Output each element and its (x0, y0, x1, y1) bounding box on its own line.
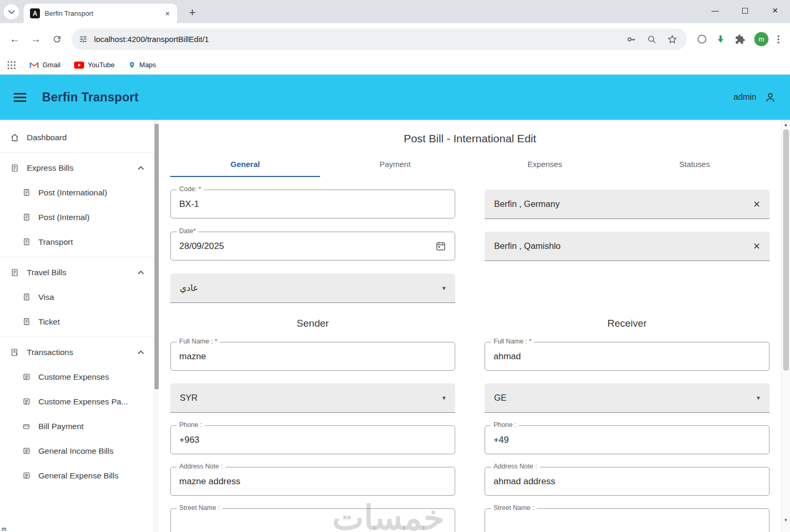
sender-heading: Sender (170, 316, 455, 329)
maximize-button[interactable] (730, 0, 760, 21)
sidebar-item-general-expense-bills[interactable]: General Expense Bills (0, 463, 153, 488)
sender-full-name-field[interactable]: Full Name : * mazne (170, 342, 455, 371)
browser-tab[interactable]: A Berfin Transport × (24, 4, 177, 23)
window-close-button[interactable]: ✕ (760, 0, 790, 21)
calendar-icon (435, 241, 446, 252)
receiver-phone-field[interactable]: Phone : +49 (485, 425, 770, 454)
bookmark-maps[interactable]: Maps (128, 61, 156, 69)
maps-pin-icon (128, 61, 136, 69)
bill-type-value: عادي (180, 283, 198, 293)
minimize-button[interactable]: — (700, 0, 730, 21)
download-arrow-icon[interactable] (715, 34, 726, 45)
profile-avatar[interactable]: m (754, 32, 768, 46)
expense-icon (21, 397, 32, 406)
main-scrollbar-thumb[interactable] (783, 129, 789, 371)
sidebar-item-custome-expenses-payment[interactable]: Custome Expenses Pa... (0, 389, 153, 414)
url-text[interactable]: localhost:4200/transportBillEdit/1 (94, 35, 620, 44)
forward-button[interactable]: → (25, 29, 46, 50)
page-title: Post Bill - International Edit (170, 132, 770, 145)
receiver-full-name-field[interactable]: Full Name : * ahmad (485, 342, 770, 371)
bill-icon (21, 317, 32, 326)
sidebar-item-visa[interactable]: Visa (0, 285, 153, 309)
sidebar-item-label: Visa (38, 293, 54, 302)
receiver-full-name-label: Full Name : * (491, 338, 534, 345)
sidebar-item-ticket[interactable]: Ticket (0, 309, 153, 334)
general-form: Code: * BX-1 Berfin , Germany × Date* 28… (170, 190, 770, 532)
tab-statuses[interactable]: Statuses (620, 152, 770, 177)
scroll-down-arrow[interactable]: ▼ (782, 518, 790, 523)
sender-address-note-field[interactable]: Address Note : mazne address (170, 467, 455, 496)
chevron-down-icon: ▾ (756, 394, 760, 402)
sidebar-item-bill-payment[interactable]: Bill Payment (0, 414, 153, 439)
receiver-country-select[interactable]: GE ▾ (485, 383, 770, 413)
extension-ring-icon[interactable] (697, 35, 706, 44)
sender-street-name-field[interactable]: Street Name : (170, 508, 455, 532)
bill-icon (21, 293, 32, 301)
reload-button[interactable] (46, 29, 67, 50)
origin-branch-value: Berfin , Germany (494, 199, 560, 209)
sidebar-item-label: Ticket (38, 317, 60, 327)
sidebar-scrollbar-thumb[interactable] (155, 124, 159, 389)
password-key-icon[interactable] (626, 34, 637, 45)
extensions-puzzle-icon[interactable] (735, 34, 745, 45)
menu-kebab-icon[interactable] (777, 35, 779, 44)
menu-hamburger-icon[interactable] (14, 93, 26, 102)
site-info-icon[interactable] (79, 35, 88, 44)
sidebar-item-general-income-bills[interactable]: General Income Bills (0, 439, 153, 463)
sender-country-value: SYR (180, 393, 198, 403)
tab-payment[interactable]: Payment (320, 152, 470, 177)
divider (0, 152, 153, 153)
datepicker-toggle[interactable] (435, 241, 446, 252)
zoom-icon[interactable] (647, 35, 656, 44)
tab-title: Berfin Transport (45, 9, 158, 17)
bookmark-star-icon[interactable] (667, 34, 678, 45)
bill-type-select[interactable]: عادي ▾ (170, 274, 455, 303)
new-tab-button[interactable]: + (184, 5, 200, 20)
sidebar-item-post-international[interactable]: Post (International) (0, 180, 153, 205)
receiver-street-name-field[interactable]: Street Name : (485, 508, 770, 532)
origin-branch-field[interactable]: Berfin , Germany × (485, 190, 770, 219)
apps-grid-icon[interactable] (7, 61, 16, 69)
status-text: m (2, 526, 6, 532)
tab-general[interactable]: General (170, 152, 320, 177)
clear-icon[interactable]: × (753, 241, 760, 252)
sidebar-item-custome-expenses[interactable]: Custome Expenses (0, 364, 153, 389)
address-bar[interactable]: localhost:4200/transportBillEdit/1 (71, 28, 687, 50)
app-title: Berfin Transport (42, 90, 139, 105)
chevron-down-icon: ▾ (442, 284, 446, 292)
clear-icon[interactable]: × (753, 199, 760, 210)
sidebar-group-travel-bills[interactable]: Travel Bills (0, 260, 153, 285)
sidebar-item-post-internal[interactable]: Post (Internal) (0, 205, 153, 230)
divider (0, 337, 153, 337)
sidebar-item-transport[interactable]: Transport (0, 230, 153, 254)
scroll-up-arrow[interactable]: ▲ (782, 122, 790, 127)
sender-phone-value: +963 (179, 435, 199, 445)
chevron-down-icon: ▾ (442, 394, 446, 402)
tab-close-icon[interactable]: × (163, 8, 172, 19)
angular-favicon-icon: A (30, 8, 40, 18)
receiver-country-value: GE (494, 393, 507, 403)
sidebar-item-dashboard[interactable]: Dashboard (0, 125, 153, 150)
receiver-address-note-field[interactable]: Address Note : ahmad address (485, 467, 770, 496)
code-field[interactable]: Code: * BX-1 (170, 190, 455, 218)
sender-country-select[interactable]: SYR ▾ (170, 383, 455, 413)
sidebar-group-transactions[interactable]: Transactions (0, 340, 153, 364)
sender-phone-field[interactable]: Phone : +963 (170, 425, 455, 454)
main-scrollbar[interactable]: ▲ ▼ (781, 120, 790, 532)
app-header: Berfin Transport admin (0, 75, 790, 120)
tab-search-button[interactable] (4, 4, 19, 19)
gmail-icon (29, 61, 39, 69)
sidebar-item-label: Travel Bills (27, 268, 131, 277)
tab-expenses[interactable]: Expenses (470, 152, 620, 177)
code-label: Code: * (177, 185, 204, 193)
sidebar-group-express-bills[interactable]: Express Bills (0, 155, 153, 180)
sidebar: Dashboard Express Bills Post (Internatio… (0, 120, 153, 532)
back-button[interactable]: ← (4, 29, 25, 50)
destination-branch-field[interactable]: Berfin , Qamishlo × (485, 232, 770, 261)
header-user[interactable]: admin (733, 91, 776, 103)
sidebar-scrollbar[interactable] (153, 120, 159, 532)
bookmark-youtube[interactable]: YouTube (74, 61, 115, 69)
expense-icon (21, 471, 32, 480)
date-field[interactable]: Date* 28/09/2025 (170, 232, 455, 260)
bookmark-gmail[interactable]: Gmail (29, 61, 60, 69)
